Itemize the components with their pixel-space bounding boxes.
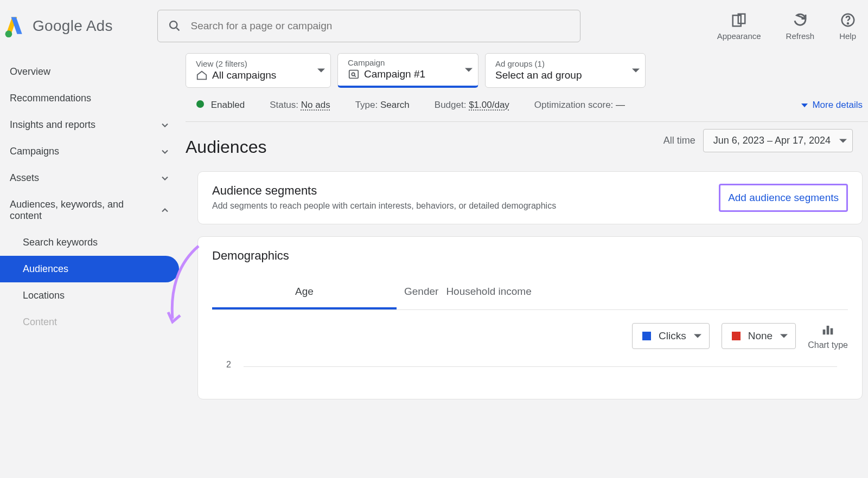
tab-gender-label: Gender bbox=[404, 286, 438, 297]
sidebar-item-campaigns[interactable]: Campaigns bbox=[0, 138, 179, 165]
status-optimization: Optimization score: — bbox=[534, 100, 625, 111]
chart-area: 2 bbox=[212, 354, 848, 387]
search-campaign-icon bbox=[348, 68, 360, 80]
metric-1-dropdown[interactable]: Clicks bbox=[632, 323, 710, 349]
status-budget: Budget: $1.00/day bbox=[435, 100, 509, 111]
scope-adgroup-selector[interactable]: Ad groups (1) Select an ad group bbox=[485, 53, 646, 88]
sidebar-item-audiences-kw-content[interactable]: Audiences, keywords, and content bbox=[0, 191, 179, 229]
scope-campaign-value: Campaign #1 bbox=[364, 68, 425, 80]
tab-income[interactable]: Household income bbox=[446, 276, 531, 309]
sidebar-item-locations[interactable]: Locations bbox=[0, 282, 179, 309]
status-enabled-label: Enabled bbox=[211, 100, 245, 110]
svg-line-2 bbox=[176, 28, 179, 30]
status-type: Type: Search bbox=[355, 100, 410, 111]
tab-income-label: Household income bbox=[446, 286, 531, 297]
tab-gender[interactable]: Gender bbox=[404, 276, 438, 309]
appearance-icon bbox=[731, 12, 747, 28]
bar-chart-icon bbox=[820, 322, 835, 337]
svg-rect-3 bbox=[733, 15, 741, 26]
page-title: Audiences bbox=[186, 137, 266, 157]
enabled-dot-icon bbox=[196, 100, 204, 108]
sidebar-item-assets[interactable]: Assets bbox=[0, 165, 179, 191]
help-label: Help bbox=[839, 31, 856, 41]
scope-view-value: All campaigns bbox=[212, 69, 276, 81]
home-icon bbox=[196, 69, 208, 81]
caret-down-icon bbox=[465, 68, 473, 72]
sidebar-label: Audiences, keywords, and content bbox=[10, 199, 145, 222]
status-enabled: Enabled bbox=[196, 100, 245, 111]
status-row: Enabled Status: No ads Type: Search Budg… bbox=[186, 98, 868, 122]
sidebar-label: Content bbox=[23, 316, 57, 328]
search-icon bbox=[168, 19, 181, 33]
add-audience-segments-button[interactable]: Add audience segments bbox=[719, 184, 848, 212]
metric-2-dropdown[interactable]: None bbox=[722, 323, 796, 349]
brand: Google Ads bbox=[0, 14, 141, 38]
segments-card-subtitle: Add segments to reach people with certai… bbox=[212, 201, 556, 211]
caret-down-icon bbox=[839, 139, 847, 143]
tab-age-label: Age bbox=[295, 286, 314, 297]
svg-rect-12 bbox=[831, 328, 833, 335]
svg-rect-10 bbox=[823, 330, 826, 334]
scope-campaign-label: Campaign bbox=[348, 58, 456, 67]
sidebar-label: Insights and reports bbox=[10, 119, 95, 131]
refresh-icon bbox=[792, 12, 808, 28]
sidebar-label: Campaigns bbox=[10, 146, 59, 157]
series-color-swatch-icon bbox=[642, 332, 651, 340]
svg-rect-11 bbox=[827, 326, 829, 334]
scope-adgroup-value: Select an ad group bbox=[495, 69, 582, 81]
google-ads-logo-icon bbox=[2, 14, 26, 38]
metric-1-label: Clicks bbox=[659, 330, 686, 342]
chevron-up-icon bbox=[159, 205, 170, 216]
svg-point-6 bbox=[847, 23, 848, 24]
sidebar-label: Overview bbox=[10, 66, 50, 77]
appearance-label: Appearance bbox=[717, 31, 761, 41]
svg-line-9 bbox=[354, 75, 356, 77]
add-segments-label: Add audience segments bbox=[728, 192, 839, 203]
status-status: Status: No ads bbox=[270, 100, 330, 111]
date-range-picker[interactable]: Jun 6, 2023 – Apr 17, 2024 bbox=[703, 129, 853, 152]
search-box[interactable] bbox=[157, 10, 580, 42]
chevron-down-icon bbox=[801, 104, 808, 107]
sidebar-label: Search keywords bbox=[23, 237, 98, 248]
sidebar-item-content[interactable]: Content bbox=[0, 309, 179, 335]
chevron-down-icon bbox=[159, 120, 170, 131]
more-details-button[interactable]: More details bbox=[801, 100, 863, 111]
scope-view-selector[interactable]: View (2 filters) All campaigns bbox=[186, 53, 331, 88]
search-input[interactable] bbox=[191, 20, 570, 32]
metric-2-label: None bbox=[748, 330, 773, 342]
caret-down-icon bbox=[780, 334, 788, 338]
sidebar-item-audiences[interactable]: Audiences bbox=[0, 256, 179, 282]
sidebar-item-insights[interactable]: Insights and reports bbox=[0, 112, 179, 138]
tab-age[interactable]: Age bbox=[212, 276, 397, 309]
series-color-swatch-icon bbox=[732, 332, 741, 340]
svg-rect-7 bbox=[349, 70, 359, 79]
caret-down-icon bbox=[694, 334, 701, 338]
demographics-title: Demographics bbox=[212, 249, 848, 263]
refresh-action[interactable]: Refresh bbox=[786, 12, 815, 41]
chart-gridline bbox=[244, 366, 837, 367]
brand-text: Google Ads bbox=[33, 17, 113, 35]
refresh-label: Refresh bbox=[786, 31, 815, 41]
audience-segments-card: Audience segments Add segments to reach … bbox=[197, 171, 863, 224]
sidebar-label: Assets bbox=[10, 172, 39, 184]
chart-type-label: Chart type bbox=[808, 340, 848, 350]
chart-y-tick-label: 2 bbox=[226, 360, 231, 370]
appearance-action[interactable]: Appearance bbox=[717, 12, 761, 41]
sidebar-label: Locations bbox=[23, 290, 65, 301]
caret-down-icon bbox=[317, 69, 325, 73]
demographics-card: Demographics Age Gender Household income… bbox=[197, 236, 863, 399]
sidebar-item-recommendations[interactable]: Recommendations bbox=[0, 85, 179, 112]
scope-campaign-selector[interactable]: Campaign Campaign #1 bbox=[337, 53, 478, 88]
svg-point-1 bbox=[170, 21, 177, 28]
time-all-time-label: All time bbox=[663, 135, 695, 146]
scope-view-label: View (2 filters) bbox=[196, 59, 309, 68]
help-action[interactable]: Help bbox=[839, 12, 856, 41]
help-icon bbox=[840, 12, 856, 28]
date-range-value: Jun 6, 2023 – Apr 17, 2024 bbox=[713, 135, 831, 146]
chevron-down-icon bbox=[159, 146, 170, 157]
scope-adgroup-label: Ad groups (1) bbox=[495, 59, 623, 68]
caret-down-icon bbox=[632, 69, 640, 73]
sidebar-item-search-keywords[interactable]: Search keywords bbox=[0, 229, 179, 256]
chart-type-button[interactable]: Chart type bbox=[808, 322, 848, 350]
sidebar-item-overview[interactable]: Overview bbox=[0, 59, 179, 85]
